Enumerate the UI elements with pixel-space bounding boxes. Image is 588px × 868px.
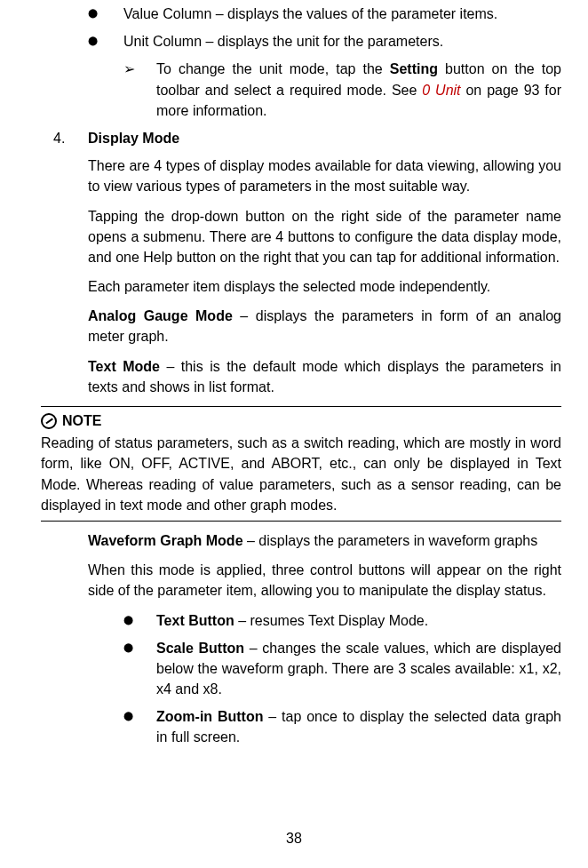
sub-bullet-item: ⬤ Text Button – resumes Text Display Mod… [21,610,567,631]
text-bold: Zoom-in Button [156,709,263,724]
bullet-item: ⬤ Value Column – displays the values of … [21,4,567,24]
text-fragment: To change the unit mode, tap the [156,61,390,76]
bullet-item: ⬤ Unit Column – displays the unit for th… [21,31,567,52]
document-page: ⬤ Value Column – displays the values of … [0,4,588,868]
note-heading: NOTE [41,410,561,431]
text-bold: Setting [390,61,438,76]
bullet-text: Value Column – displays the values of th… [123,4,561,24]
text-bold: Analog Gauge Mode [88,308,233,323]
pencil-icon [41,413,57,429]
sub-bullet-text: Zoom-in Button – tap once to display the… [156,706,561,747]
bullet-icon: ⬤ [88,31,98,48]
note-body: Reading of status parameters, such as a … [41,433,561,515]
text-bold: Waveform Graph Mode [88,533,243,548]
bullet-icon: ⬤ [123,638,133,655]
paragraph: Analog Gauge Mode – displays the paramet… [88,306,561,346]
sub-bullet-text: Scale Button – changes the scale values,… [156,638,561,700]
sub-bullet-item: ➢ To change the unit mode, tap the Setti… [21,59,567,121]
page-number: 38 [0,828,588,848]
text-bold: Text Mode [88,359,160,374]
sub-bullet-item: ⬤ Scale Button – changes the scale value… [21,638,567,700]
numbered-heading: 4. Display Mode [21,128,567,148]
bullet-icon: ⬤ [88,4,98,20]
paragraph: Waveform Graph Mode – displays the param… [88,530,561,551]
text-bold: Text Button [156,613,234,628]
paragraph: There are 4 types of display modes avail… [88,155,561,196]
paragraph: When this mode is applied, three control… [88,560,561,601]
text-fragment: – displays the parameters in waveform gr… [243,533,538,548]
bullet-text: Unit Column – displays the unit for the … [123,31,561,52]
paragraph: Tapping the drop-down button on the righ… [88,206,561,268]
sub-bullet-item: ⬤ Zoom-in Button – tap once to display t… [21,706,567,747]
arrow-icon: ➢ [123,59,135,79]
text-fragment: – resumes Text Display Mode. [234,613,428,628]
paragraph: Text Mode – this is the default mode whi… [88,356,561,397]
heading-title: Display Mode [88,128,561,148]
note-block: NOTE Reading of status parameters, such … [41,406,561,522]
sub-bullet-text: To change the unit mode, tap the Setting… [156,59,561,121]
sub-bullet-text: Text Button – resumes Text Display Mode. [156,610,561,631]
text-bold: Scale Button [156,641,244,656]
bullet-icon: ⬤ [123,706,133,723]
note-label: NOTE [62,410,101,431]
paragraph: Each parameter item displays the selecte… [88,276,561,297]
list-number: 4. [53,128,65,148]
text-link: 0 Unit [422,83,460,98]
bullet-icon: ⬤ [123,610,133,627]
